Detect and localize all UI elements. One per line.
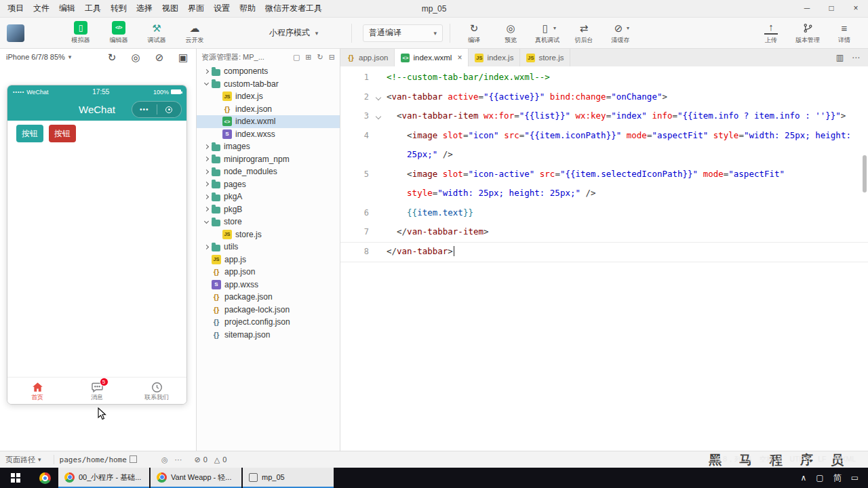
new-folder-icon[interactable]: ⊞	[305, 53, 311, 62]
toolbar-action-切后台[interactable]: ⇄切后台	[567, 21, 601, 45]
display-icon[interactable]: ▢	[816, 473, 823, 483]
chevron-right-icon[interactable]	[202, 170, 210, 174]
phone-tab-消息[interactable]: 5消息	[67, 378, 127, 404]
toolbar-action-真机调试[interactable]: ▯▾真机调试	[530, 21, 564, 45]
chevron-down-icon[interactable]	[202, 83, 210, 85]
tree-item-store.js[interactable]: JSstore.js	[197, 228, 340, 241]
code-line-6[interactable]: 6{{item.text}}	[340, 203, 868, 223]
menu-工具[interactable]: 工具	[80, 0, 106, 17]
chevron-right-icon[interactable]	[202, 145, 210, 148]
toolbar-action-详情[interactable]: ≡详情	[827, 21, 861, 45]
tree-item-package.json[interactable]: {}package.json	[197, 291, 340, 304]
status-indent-setting[interactable]: 空格: 2	[760, 455, 782, 464]
rotate-icon[interactable]: ↻	[105, 50, 119, 64]
more-icon[interactable]: •••	[132, 102, 157, 117]
detach-icon[interactable]: ▣	[176, 50, 190, 64]
code-line-1[interactable]: 1<!--custom-tab-bar/index.wxml-->	[340, 68, 868, 87]
tree-item-images[interactable]: images	[197, 140, 340, 153]
tree-item-app.js[interactable]: JSapp.js	[197, 253, 340, 266]
menu-选择[interactable]: 选择	[132, 0, 157, 17]
menu-帮助[interactable]: 帮助	[235, 0, 260, 17]
tree-item-app.json[interactable]: {}app.json	[197, 266, 340, 279]
page-path-select[interactable]: 页面路径 ▾	[5, 455, 41, 465]
tree-item-app.wxss[interactable]: Sapp.wxss	[197, 279, 340, 291]
page-button-1[interactable]: 按钮	[16, 125, 43, 142]
menu-微信开发者工具[interactable]: 微信开发者工具	[260, 0, 327, 17]
capsule-menu[interactable]: •••	[132, 101, 182, 118]
toolbar-simulator[interactable]: ▯模拟器	[64, 21, 98, 45]
close-icon[interactable]: ×	[457, 53, 462, 62]
tree-item-package-lock.json[interactable]: {}package-lock.json	[197, 304, 340, 317]
status-encoding[interactable]: UTF-8	[789, 455, 810, 464]
chevron-right-icon[interactable]	[202, 157, 210, 161]
tree-item-project.config.json[interactable]: {}project.config.json	[197, 316, 340, 329]
collapse-all-icon[interactable]: ⊟	[329, 53, 335, 62]
tree-item-pkgB[interactable]: pkgB	[197, 203, 340, 216]
pinned-chrome[interactable]	[31, 468, 58, 488]
code-line-7[interactable]: 7</van-tabbar-item>	[340, 222, 868, 242]
tray-expand-icon[interactable]: ∧	[801, 473, 807, 483]
phone-tab-联系我们[interactable]: 联系我们	[127, 378, 186, 404]
toolbar-action-编译[interactable]: ↻编译	[457, 21, 491, 45]
menu-界面[interactable]: 界面	[183, 0, 209, 17]
editor-tab-index.js[interactable]: JSindex.js	[469, 49, 520, 66]
fold-chevron-icon[interactable]	[370, 106, 387, 119]
split-editor-icon[interactable]: ▥	[836, 53, 844, 62]
close-button[interactable]: ×	[844, 0, 868, 17]
ime-indicator[interactable]: 简	[833, 472, 842, 484]
code-line-2[interactable]: 2<van-tabbar active="{{active}}" bind:ch…	[340, 87, 868, 107]
taskbar-window-Vant Weapp - 轻...[interactable]: Vant Weapp - 轻...	[151, 468, 241, 488]
tree-item-index.js[interactable]: JSindex.js	[197, 90, 340, 103]
chevron-right-icon[interactable]	[202, 207, 210, 211]
toolbar-clouddev[interactable]: ☁云开发	[178, 21, 212, 45]
editor-tab-store.js[interactable]: JSstore.js	[520, 49, 570, 66]
code-area[interactable]: 1<!--custom-tab-bar/index.wxml-->2<van-t…	[340, 66, 868, 451]
user-avatar[interactable]	[7, 24, 24, 42]
notification-icon[interactable]: ▭	[851, 473, 859, 483]
menu-文件[interactable]: 文件	[28, 0, 54, 17]
toolbar-action-预览[interactable]: ◎预览	[494, 21, 528, 45]
preview-toggle[interactable]: ◎	[161, 455, 168, 464]
menu-编辑[interactable]: 编辑	[54, 0, 80, 17]
chevron-right-icon[interactable]	[202, 245, 210, 249]
maximize-button[interactable]: □	[819, 0, 844, 17]
tree-item-pages[interactable]: pages	[197, 178, 340, 191]
toolbar-action-清缓存[interactable]: ⊘▾清缓存	[604, 21, 637, 45]
tree-item-miniprogram_npm[interactable]: miniprogram_npm	[197, 153, 340, 166]
start-button[interactable]	[0, 468, 31, 488]
compile-select[interactable]: 普通编译 ▾	[363, 24, 443, 42]
capsule-home[interactable]	[157, 106, 182, 113]
menu-视图[interactable]: 视图	[157, 0, 183, 17]
toolbar-debugger[interactable]: ⚒调试器	[140, 21, 174, 45]
toolbar-action-上传[interactable]: ↑上传	[754, 21, 788, 45]
copy-icon[interactable]	[131, 457, 137, 463]
tree-item-index.wxss[interactable]: Sindex.wxss	[197, 128, 340, 141]
status-language-mode[interactable]: WXML	[835, 455, 856, 464]
mute-icon[interactable]: ⊘	[153, 50, 166, 64]
chevron-right-icon[interactable]	[202, 70, 210, 73]
taskbar-window-00_小程序 - 基础...[interactable]: 00_小程序 - 基础...	[58, 468, 149, 488]
menu-设置[interactable]: 设置	[209, 0, 235, 17]
status-eol[interactable]: LF	[818, 455, 826, 464]
network-icon[interactable]: ◎	[129, 50, 142, 64]
error-counter[interactable]: ⊘ 0	[194, 455, 207, 464]
taskbar-window-mp_05[interactable]: mp_05	[243, 468, 334, 488]
tree-item-components[interactable]: components	[197, 65, 340, 78]
toolbar-action-版本管理[interactable]: 版本管理	[791, 21, 825, 45]
device-select[interactable]: iPhone 6/7/8 85% ▾	[6, 53, 71, 61]
mode-select[interactable]: 小程序模式 ▾	[243, 24, 344, 43]
code-line-5[interactable]: 5<image slot="icon-active" src="{{item.s…	[340, 165, 868, 203]
menu-项目[interactable]: 项目	[3, 0, 28, 17]
menu-转到[interactable]: 转到	[106, 0, 132, 17]
chevron-right-icon[interactable]	[202, 195, 210, 199]
warning-counter[interactable]: △ 0	[214, 455, 227, 464]
chevron-down-icon[interactable]	[202, 221, 210, 223]
tree-item-node_modules[interactable]: node_modules	[197, 165, 340, 178]
toolbar-editor[interactable]: </>编辑器	[102, 21, 136, 45]
code-line-4[interactable]: 4<image slot="icon" src="{{item.iconPath…	[340, 126, 868, 165]
code-line-3[interactable]: 3<van-tabbar-item wx:for="{{list}}" wx:k…	[340, 106, 868, 126]
tree-item-pkgA[interactable]: pkgA	[197, 190, 340, 203]
tree-item-index.json[interactable]: {}index.json	[197, 103, 340, 116]
minimize-button[interactable]: ─	[795, 0, 819, 17]
more-icon[interactable]: ⋯	[852, 53, 860, 62]
